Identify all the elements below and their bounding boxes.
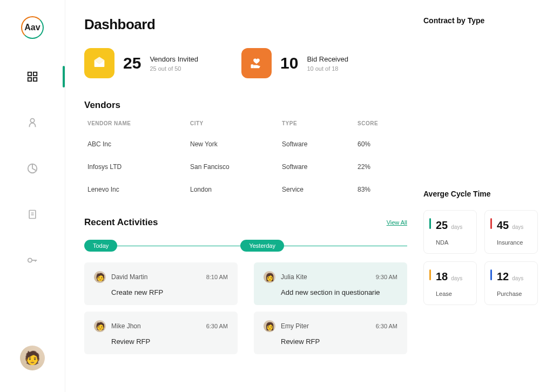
hand-heart-icon	[241, 48, 272, 78]
kpi-sub: 10 out of 18	[307, 65, 348, 72]
yesterday-column: 👩 Julia Kite 9:30 AM Add new section in …	[254, 262, 407, 354]
kpi-sub: 25 out of 50	[150, 65, 198, 72]
activity-card[interactable]: 👩 Emy Piter 6:30 AM Review RFP	[254, 312, 407, 354]
nav-analytics[interactable]	[0, 158, 65, 179]
svg-point-9	[28, 258, 32, 262]
svg-rect-12	[251, 64, 254, 68]
user-icon	[26, 116, 39, 129]
document-icon	[26, 208, 39, 221]
table-row[interactable]: Infosys LTD San Fancisco Software 22%	[84, 156, 407, 178]
envelope-icon	[84, 48, 114, 78]
kpi-value: 25	[123, 54, 141, 72]
activities-timeline: Today Yesterday	[84, 240, 407, 252]
col-header-type: TYPE	[282, 120, 358, 126]
avatar: 👩	[264, 271, 275, 283]
table-row[interactable]: Lenevo Inc London Service 83%	[84, 178, 407, 201]
cycle-card-purchase[interactable]: 12days Purchase	[484, 261, 538, 305]
avatar: 🧑	[94, 320, 106, 332]
accent-bar	[490, 269, 492, 280]
nav-users[interactable]	[0, 112, 65, 133]
cycle-card-nda[interactable]: 25days NDA	[423, 210, 477, 254]
contract-by-type-title: Contract by Type	[423, 16, 538, 25]
kpi-label: Vendors Invited	[150, 55, 198, 63]
col-header-score: SCORE	[358, 120, 390, 126]
cycle-card-insurance[interactable]: 45days Insurance	[484, 210, 538, 254]
activity-card[interactable]: 👩 Julia Kite 9:30 AM Add new section in …	[254, 262, 407, 305]
cycle-card-lease[interactable]: 18days Lease	[423, 261, 477, 305]
activity-card[interactable]: 🧑 Mike Jhon 6:30 AM Review RFP	[84, 312, 238, 354]
page-title: Dashboard	[84, 16, 407, 33]
svg-rect-1	[33, 72, 37, 76]
activity-columns: 🧑 David Martin 8:10 AM Create new RFP 🧑 …	[84, 262, 407, 354]
svg-rect-2	[28, 78, 31, 81]
main-content: Dashboard 25 Vendors Invited 25 out of 5…	[65, 0, 423, 392]
pie-icon	[26, 162, 39, 175]
user-avatar[interactable]: 🧑	[20, 346, 45, 370]
vendors-title: Vendors	[84, 100, 407, 111]
nav-keys[interactable]	[0, 249, 65, 271]
activities-title: Recent Activities	[84, 217, 158, 228]
grid-icon	[26, 70, 39, 83]
cycle-time-title: Averge Cycle Time	[423, 190, 538, 198]
nav-documents[interactable]	[0, 204, 65, 225]
accent-bar	[429, 269, 431, 280]
kpi-vendors-invited: 25 Vendors Invited 25 out of 50	[84, 48, 198, 78]
table-row[interactable]: ABC Inc New York Software 60%	[84, 133, 407, 156]
yesterday-pill: Yesterday	[240, 240, 284, 252]
svg-rect-3	[33, 78, 37, 81]
accent-bar	[429, 218, 431, 229]
sidebar-nav	[0, 66, 65, 271]
col-header-city: CITY	[190, 120, 282, 126]
avatar: 👩	[264, 320, 275, 332]
view-all-link[interactable]: View All	[387, 219, 407, 226]
today-pill: Today	[84, 240, 117, 252]
kpi-value: 10	[280, 54, 298, 72]
table-header: VENDOR NAME CITY TYPE SCORE	[84, 120, 407, 133]
activity-card[interactable]: 🧑 David Martin 8:10 AM Create new RFP	[84, 262, 238, 305]
cycle-grid: 25days NDA 45days Insurance 18days Lease…	[423, 210, 538, 305]
col-header-name: VENDOR NAME	[87, 120, 190, 126]
accent-bar	[490, 218, 492, 229]
sidebar: Aav 🧑	[0, 0, 65, 392]
kpi-bid-received: 10 Bid Received 10 out of 18	[241, 48, 348, 78]
kpi-row: 25 Vendors Invited 25 out of 50 10 Bid R…	[84, 48, 407, 78]
logo: Aav	[21, 16, 44, 39]
avatar: 🧑	[94, 271, 106, 283]
svg-rect-0	[28, 72, 31, 76]
right-panel: Contract by Type Averge Cycle Time 25day…	[423, 0, 553, 392]
today-column: 🧑 David Martin 8:10 AM Create new RFP 🧑 …	[84, 262, 238, 354]
svg-point-4	[30, 119, 34, 123]
kpi-label: Bid Received	[307, 55, 348, 63]
nav-dashboard[interactable]	[0, 66, 65, 87]
key-icon	[26, 254, 39, 267]
vendors-table: VENDOR NAME CITY TYPE SCORE ABC Inc New …	[84, 120, 407, 201]
activities-header: Recent Activities View All	[84, 217, 407, 228]
